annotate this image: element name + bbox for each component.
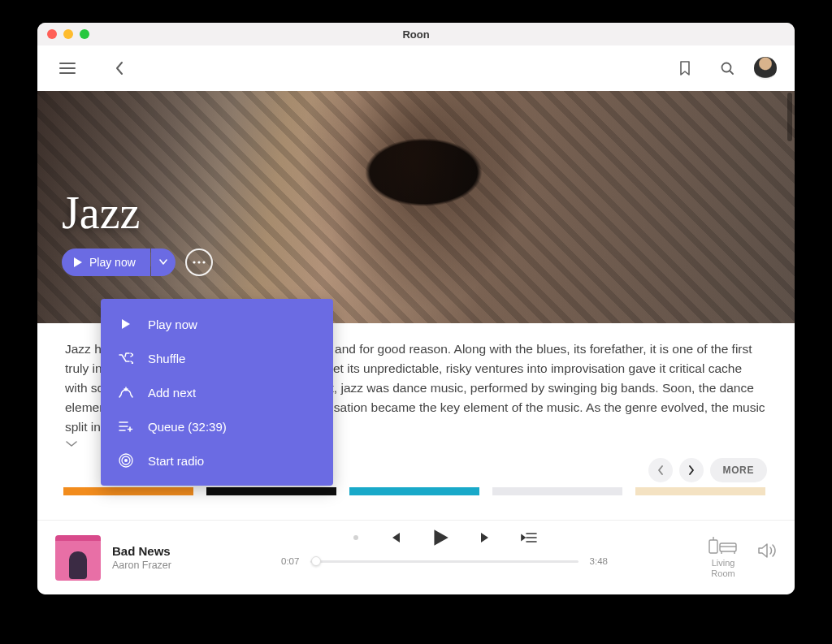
ellipsis-icon [193,261,206,264]
chevron-left-icon [657,465,664,475]
play-icon [119,317,133,331]
seek-bar[interactable] [310,560,578,563]
volume-button[interactable] [757,542,777,560]
play-icon [73,257,83,268]
svg-point-0 [722,63,731,71]
previous-track-button[interactable] [388,530,402,545]
svg-point-4 [124,459,128,462]
play-now-button[interactable]: Play now [62,249,150,276]
profile-avatar[interactable] [754,57,777,80]
menu-item-add-next[interactable]: Add next [101,375,333,409]
menu-item-start-radio[interactable]: Start radio [101,443,333,478]
svg-rect-9 [720,543,736,551]
album-tile[interactable] [206,487,336,495]
svg-point-1 [193,261,195,263]
album-tile[interactable] [349,487,479,495]
close-window-button[interactable] [47,29,57,39]
speaker-icon [757,542,777,560]
bookmark-icon[interactable] [673,56,697,80]
svg-point-7 [353,535,358,540]
svg-point-2 [197,261,200,263]
player-bar: Bad News Aaron Frazer [37,520,795,594]
queue-button[interactable] [521,532,537,543]
scrollbar-thumb[interactable] [787,93,792,141]
radio-icon [119,453,133,468]
back-button[interactable] [107,56,132,80]
shuffle-icon [119,351,133,365]
genre-title: Jazz [62,187,140,239]
zoom-window-button[interactable] [80,29,89,39]
now-playing-artist[interactable]: Aaron Frazer [112,560,171,571]
caret-down-icon [159,259,167,266]
toolbar [37,45,795,91]
titlebar: Roon [37,23,795,45]
genre-hero: Jazz Play now [37,91,795,323]
album-strip [37,487,795,495]
play-pause-button[interactable] [430,527,451,548]
menu-icon[interactable] [55,56,80,80]
menu-item-queue[interactable]: Queue (32:39) [101,409,333,443]
play-now-label: Play now [89,256,136,269]
play-options-menu: Play now Shuffle Add next Queue (32:39) … [101,299,333,486]
transport-controls: 0:07 3:48 [281,527,608,566]
svg-rect-8 [709,540,717,553]
app-window: Roon Jazz Play now [37,23,795,594]
search-icon[interactable] [715,56,739,80]
section-next-button[interactable] [679,458,704,482]
svg-point-3 [202,261,205,263]
seek-thumb[interactable] [311,556,321,566]
zone-picker[interactable]: Living Room [708,535,738,578]
album-tile[interactable] [635,487,765,495]
loop-indicator-icon [352,534,360,542]
minimize-window-button[interactable] [63,29,73,39]
window-controls [47,29,89,39]
next-track-button[interactable] [479,530,493,545]
add-next-icon [119,385,133,400]
section-more-button[interactable]: MORE [710,458,767,482]
elapsed-time: 0:07 [281,556,299,566]
menu-item-shuffle[interactable]: Shuffle [101,341,333,375]
hero-actions: Play now [62,249,213,276]
now-playing-meta: Bad News Aaron Frazer [112,544,171,571]
total-time: 3:48 [590,556,608,566]
now-playing-artwork[interactable] [55,535,101,581]
menu-item-play-now[interactable]: Play now [101,307,333,341]
play-options-dropdown-button[interactable] [151,249,176,276]
album-tile[interactable] [63,487,193,495]
window-title: Roon [37,28,795,41]
chevron-right-icon [688,465,695,475]
chevron-down-icon [65,440,78,448]
now-playing-title[interactable]: Bad News [112,544,171,558]
more-actions-button[interactable] [185,249,213,276]
section-prev-button[interactable] [648,458,673,482]
queue-icon [119,419,133,434]
zone-icon [708,535,738,555]
album-tile[interactable] [492,487,622,495]
